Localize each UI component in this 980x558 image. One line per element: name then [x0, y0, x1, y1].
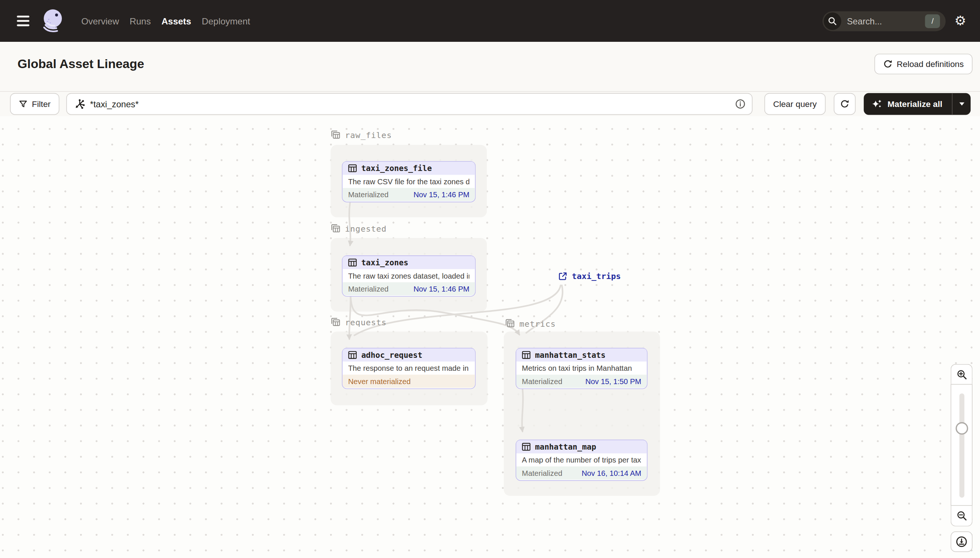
table-group-icon [331, 130, 341, 140]
asset-node-manhattan_stats[interactable]: manhattan_stats Metrics on taxi trips in… [516, 348, 647, 389]
asset-description: A map of the number of trips per taxi z.… [522, 456, 641, 464]
table-icon [522, 443, 531, 451]
nav-tab-deployment[interactable]: Deployment [202, 16, 250, 26]
asset-timestamp: Nov 15, 1:46 PM [413, 284, 469, 294]
asset-title: manhattan_map [535, 442, 596, 451]
lineage-edges [0, 116, 980, 558]
asset-description: Metrics on taxi trips in Manhattan [522, 364, 632, 373]
nav-tab-runs[interactable]: Runs [130, 16, 151, 26]
search-input[interactable]: Search... / [823, 11, 945, 31]
asset-status: Never materialized [348, 377, 411, 386]
refresh-button[interactable] [834, 93, 856, 115]
zoom-slider[interactable] [951, 384, 973, 506]
asset-title: taxi_zones_file [361, 164, 432, 173]
table-group-icon [505, 318, 515, 328]
query-value: *taxi_zones* [90, 99, 735, 109]
asset-timestamp: Nov 16, 10:14 AM [581, 468, 641, 478]
asset-node-adhoc_request[interactable]: adhoc_request The response to an request… [342, 348, 476, 389]
materialize-all-button[interactable]: Materialize all [864, 93, 952, 115]
query-info-icon[interactable] [735, 99, 746, 110]
clear-query-label: Clear query [773, 99, 817, 108]
zoom-out-button[interactable] [951, 506, 973, 527]
group-label-raw_files: raw_files [331, 130, 392, 140]
zoom-out-icon [956, 510, 967, 521]
graph-query-icon [74, 99, 85, 110]
asset-query-input[interactable]: *taxi_zones* [66, 93, 753, 115]
menu-icon[interactable] [17, 16, 30, 26]
materialize-all-button-group: Materialize all [864, 93, 971, 115]
asset-timestamp: Nov 15, 1:46 PM [413, 190, 469, 199]
asset-status: Materialized [522, 377, 562, 386]
lineage-toolbar: Filter *taxi_zones* Clear query [0, 93, 980, 116]
filter-button[interactable]: Filter [10, 93, 59, 115]
lineage-canvas[interactable]: raw_files ingested requests metrics taxi… [0, 116, 980, 558]
nav-tab-overview[interactable]: Overview [81, 16, 119, 26]
group-label-metrics: metrics [505, 318, 556, 328]
page-header-row: Global Asset Lineage Reload definitions [0, 42, 980, 92]
zoom-in-button[interactable] [951, 364, 973, 384]
asset-status: Materialized [348, 284, 389, 294]
nav-tab-assets[interactable]: Assets [161, 16, 191, 26]
recenter-download-icon [955, 536, 967, 548]
reload-icon [883, 59, 892, 69]
group-label-requests: requests [331, 317, 387, 327]
clear-query-button[interactable]: Clear query [764, 93, 825, 115]
asset-node-taxi_zones_file[interactable]: taxi_zones_file The raw CSV file for the… [342, 161, 476, 202]
zoom-slider-track[interactable] [959, 393, 964, 498]
refresh-icon [840, 99, 849, 108]
dagster-app: Overview Runs Assets Deployment Search..… [0, 0, 980, 558]
navbar-right: Search... / ⚙ [823, 0, 966, 42]
search-shortcut-badge: / [925, 14, 940, 28]
zoom-in-icon [956, 369, 967, 380]
materialize-all-label: Materialize all [888, 99, 942, 108]
table-group-icon [331, 317, 341, 327]
materialize-dropdown-button[interactable] [953, 93, 971, 115]
asset-node-taxi_zones[interactable]: taxi_zones The raw taxi zones dataset, l… [342, 255, 476, 296]
table-icon [348, 164, 357, 172]
chevron-down-icon [959, 102, 964, 105]
reload-definitions-button[interactable]: Reload definitions [874, 54, 972, 74]
asset-description: The raw taxi zones dataset, loaded int..… [348, 271, 469, 280]
table-icon [348, 351, 357, 359]
asset-node-manhattan_map[interactable]: manhattan_map A map of the number of tri… [516, 440, 647, 481]
asset-title: taxi_zones [361, 258, 408, 267]
external-asset-taxi_trips[interactable]: taxi_trips [558, 272, 621, 281]
table-group-icon [331, 223, 341, 233]
reload-definitions-label: Reload definitions [897, 59, 964, 69]
table-icon [522, 351, 531, 359]
asset-status: Materialized [348, 190, 389, 199]
recenter-button[interactable] [951, 531, 973, 552]
primary-nav: Overview Runs Assets Deployment [81, 0, 250, 42]
asset-status: Materialized [522, 468, 562, 478]
octopus-logo-icon [39, 8, 65, 34]
asset-description: The raw CSV file for the taxi zones dat.… [348, 177, 469, 186]
group-label-ingested: ingested [331, 223, 387, 233]
asset-timestamp: Nov 15, 1:50 PM [586, 377, 641, 386]
filter-funnel-icon [19, 100, 28, 108]
page-title: Global Asset Lineage [17, 57, 144, 71]
asset-description: The response to an request made in th... [348, 364, 469, 373]
asset-title: adhoc_request [361, 350, 422, 359]
sparkle-icon [872, 99, 883, 110]
filter-label: Filter [32, 99, 51, 108]
search-placeholder: Search... [847, 16, 925, 26]
dagster-logo[interactable] [39, 8, 65, 34]
search-icon [824, 12, 841, 30]
external-link-icon [558, 272, 567, 281]
top-navbar: Overview Runs Assets Deployment Search..… [0, 0, 980, 42]
table-icon [348, 259, 357, 267]
settings-gear-icon[interactable]: ⚙ [954, 15, 966, 27]
asset-title: manhattan_stats [535, 350, 606, 359]
zoom-slider-thumb[interactable] [955, 422, 968, 435]
page-subheader: Global Asset Lineage Reload definitions … [0, 42, 980, 116]
